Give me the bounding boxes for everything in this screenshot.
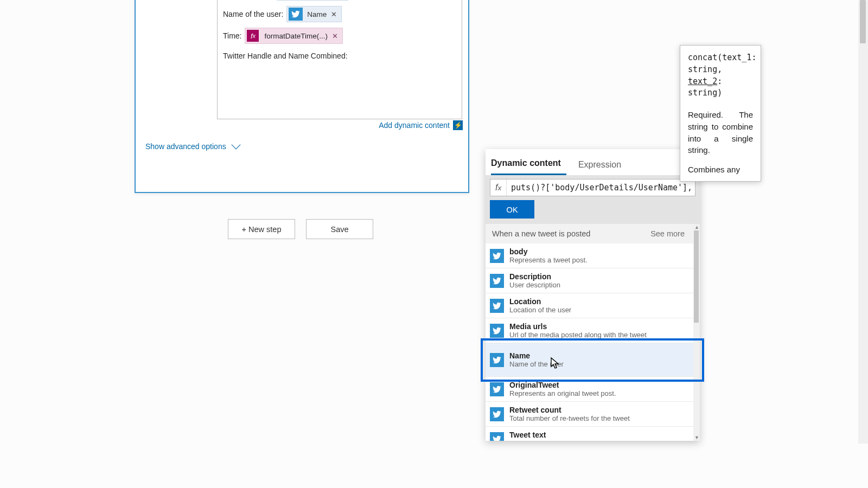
dc-item-title: Retweet count xyxy=(509,406,630,414)
dc-item-location[interactable]: LocationLocation of the user xyxy=(486,293,700,318)
flow-action-card: Tweet Information: Twitter Handle: User … xyxy=(135,0,469,193)
expression-bar: fx xyxy=(486,175,700,200)
twitter-icon xyxy=(289,8,303,21)
page-scrollbar[interactable] xyxy=(858,0,868,444)
chevron-down-icon xyxy=(231,140,240,150)
twitter-icon xyxy=(490,299,504,313)
add-dynamic-content-link[interactable]: Add dynamic content ⚡ xyxy=(379,120,463,130)
twitter-icon xyxy=(490,274,504,288)
twitter-icon xyxy=(490,324,504,338)
tooltip-sig-line3: text_2: xyxy=(688,76,753,88)
tab-expression[interactable]: Expression xyxy=(578,153,627,175)
dc-item-title: Tweet text xyxy=(509,431,586,439)
page-scroll-thumb[interactable] xyxy=(860,0,866,43)
expression-input[interactable] xyxy=(507,179,695,196)
token-text: formatDateTime(...) xyxy=(264,32,328,40)
dc-item-media-urls[interactable]: Media urlsUrl of the media posted along … xyxy=(486,318,700,343)
combined-label: Twitter Handle and Name Combined: xyxy=(223,49,456,62)
tooltip-sig-line4: string) xyxy=(688,87,753,99)
dc-item-desc: User description xyxy=(509,281,560,289)
show-advanced-text: Show advanced options xyxy=(145,142,226,151)
flyout-tabs: Dynamic content Expression ⌃ 2/2 ⌄ xyxy=(486,149,700,175)
dc-item-body[interactable]: bodyRepresents a tweet post. xyxy=(486,243,700,268)
dc-item-title: Location xyxy=(509,297,571,306)
name-of-user-token[interactable]: Name ✕ xyxy=(286,6,342,22)
dc-item-title: Description xyxy=(509,272,560,281)
dc-scrollbar[interactable]: ▲ ▼ xyxy=(693,224,700,441)
token-text: Name xyxy=(307,10,327,18)
time-expression-token[interactable]: fx formatDateTime(...) ✕ xyxy=(245,28,343,44)
dc-item-desc: Name of the user xyxy=(509,360,564,368)
new-step-button[interactable]: + New step xyxy=(228,219,295,239)
remove-token-icon[interactable]: ✕ xyxy=(332,32,338,40)
dc-item-title: Name xyxy=(509,351,564,360)
dc-item-retweet-count[interactable]: Retweet countTotal number of re-tweets f… xyxy=(486,402,700,427)
time-label: Time: xyxy=(223,31,241,40)
show-advanced-options-link[interactable]: Show advanced options xyxy=(145,142,239,151)
remove-token-icon[interactable]: ✕ xyxy=(331,10,337,18)
tab-dynamic-content[interactable]: Dynamic content xyxy=(491,152,566,175)
dc-group-header: When a new tweet is posted See more xyxy=(486,224,700,243)
name-of-user-label: Name of the user: xyxy=(223,10,283,18)
dynamic-content-list: When a new tweet is posted See more body… xyxy=(486,224,700,441)
ok-button[interactable]: OK xyxy=(490,200,534,219)
dc-item-description[interactable]: DescriptionUser description xyxy=(486,268,700,293)
add-dynamic-content-text: Add dynamic content xyxy=(379,121,450,130)
dc-item-name[interactable]: NameName of the user xyxy=(486,343,700,377)
footer-buttons: + New step Save xyxy=(228,219,373,239)
function-signature-tooltip: concat(text_1: string, text_2: string) R… xyxy=(680,45,761,182)
add-dynamic-content-icon[interactable]: ⚡ xyxy=(453,120,463,130)
dc-item-desc: Text content of the tweet xyxy=(509,439,586,441)
tooltip-description: Required. The string to combine into a s… xyxy=(688,109,753,156)
dc-item-tweet-text[interactable]: Tweet textText content of the tweet xyxy=(486,427,700,441)
twitter-icon xyxy=(490,407,504,421)
dc-item-desc: Location of the user xyxy=(509,306,571,314)
dynamic-content-flyout: Dynamic content Expression ⌃ 2/2 ⌄ fx OK… xyxy=(486,149,700,441)
twitter-icon xyxy=(490,353,504,367)
dc-item-title: body xyxy=(509,247,588,256)
scroll-thumb[interactable] xyxy=(694,230,699,323)
dc-item-desc: Url of the media posted along with the t… xyxy=(509,331,647,339)
twitter-icon xyxy=(490,432,504,441)
dc-group-title: When a new tweet is posted xyxy=(492,229,590,238)
tooltip-overflow-text: Combines any xyxy=(688,164,753,175)
dc-item-original-tweet[interactable]: OriginalTweetRepresents an original twee… xyxy=(486,377,700,402)
fx-prefix-icon: fx xyxy=(490,179,507,196)
twitter-handle-token[interactable]: User name ✕ xyxy=(277,0,348,1)
dc-item-title: OriginalTweet xyxy=(509,381,616,389)
scroll-down-icon[interactable]: ▼ xyxy=(694,435,699,440)
twitter-icon xyxy=(490,249,504,263)
rich-text-editor-box[interactable]: Tweet Information: Twitter Handle: User … xyxy=(217,0,462,119)
scroll-up-icon[interactable]: ▲ xyxy=(694,224,699,230)
tooltip-sig-line2: string, xyxy=(688,64,753,76)
dc-item-title: Media urls xyxy=(509,322,647,331)
see-more-link[interactable]: See more xyxy=(650,229,685,238)
tooltip-sig-line1: concat(text_1: xyxy=(688,52,753,64)
fx-icon: fx xyxy=(247,30,259,42)
twitter-icon xyxy=(490,382,504,396)
dc-item-desc: Represents an original tweet post. xyxy=(509,389,616,397)
dc-item-desc: Total number of re-tweets for the tweet xyxy=(509,414,630,422)
save-button[interactable]: Save xyxy=(306,219,373,239)
dc-item-desc: Represents a tweet post. xyxy=(509,256,588,264)
